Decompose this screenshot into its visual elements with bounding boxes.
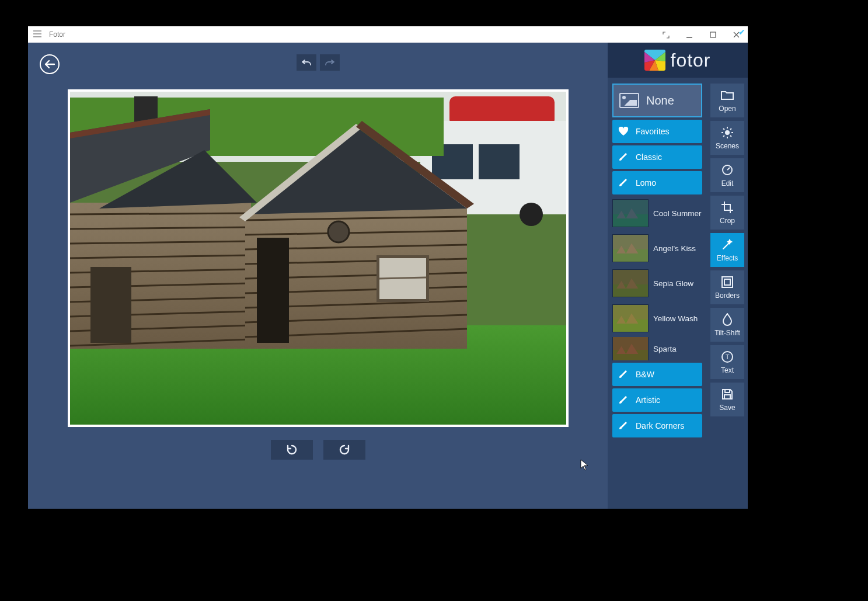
save-icon [720,387,734,401]
undo-redo-bar [297,54,340,71]
svg-rect-66 [725,390,730,392]
tool-edit[interactable]: Edit [710,158,744,192]
category-label: Lomo [636,178,656,187]
tool-label: Tilt-Shift [714,329,740,337]
logo-icon [644,50,665,71]
wand-icon [720,238,734,252]
window-title: Fotor [49,30,65,39]
maximize-button[interactable] [701,30,724,39]
undo-button[interactable] [297,54,316,71]
preset-thumbnail [612,199,649,227]
tool-tilt-shift[interactable]: Tilt-Shift [710,308,744,342]
tool-label: Effects [717,254,738,262]
image-canvas[interactable] [68,89,569,427]
expand-icon[interactable] [654,30,678,39]
svg-point-51 [725,130,730,135]
tool-text[interactable]: T Text [710,345,744,379]
preset-thumbnail [612,269,649,297]
svg-rect-0 [710,32,716,37]
effects-category-artistic[interactable]: Artistic [612,388,702,412]
svg-rect-43 [257,238,289,343]
effect-preset-cool-summer[interactable]: Cool Summer [612,197,702,230]
brush-icon [617,151,630,164]
text-icon: T [720,350,734,364]
heart-icon [617,125,630,138]
folder-icon [720,88,734,102]
effects-panel: None ✔ Favorites Classic Lomo [608,43,707,509]
image-placeholder-icon [619,93,639,108]
brush-icon [617,368,630,381]
tool-borders[interactable]: Borders [710,270,744,304]
main-canvas-area [28,43,608,509]
app-window: Fotor fotor [28,26,748,509]
preset-thumbnail [612,304,649,332]
brush-icon [617,394,630,407]
border-icon [720,275,734,289]
tool-save[interactable]: Save [710,383,744,416]
tool-label: Text [721,366,734,374]
effects-category-favorites[interactable]: Favorites [612,120,702,143]
tool-scenes[interactable]: Scenes [710,121,744,155]
svg-line-61 [727,168,730,170]
tool-label: Borders [715,291,740,300]
tool-open[interactable]: Open [710,84,744,117]
tool-label: Edit [721,179,734,187]
droplet-icon [720,312,734,326]
preset-label: Sepia Glow [653,279,693,288]
redo-button[interactable] [320,54,340,71]
titlebar: Fotor [28,26,748,43]
sun-icon [720,126,734,140]
svg-rect-67 [724,395,730,399]
category-label: B&W [636,370,654,379]
effects-category-bw[interactable]: B&W [612,363,702,386]
preset-label: Angel's Kiss [653,244,696,253]
effects-category-classic[interactable]: Classic [612,145,702,169]
preset-label: Sparta [653,345,677,353]
tool-label: Crop [720,217,735,225]
svg-text:T: T [726,353,730,360]
back-button[interactable] [40,54,60,74]
svg-rect-63 [724,279,730,285]
svg-rect-28 [90,267,131,343]
preset-label: Yellow Wash [653,314,698,323]
preset-label: Cool Summer [653,209,702,218]
effect-none-label: None [646,94,674,107]
category-label: Artistic [636,395,660,405]
brush-icon [617,176,630,189]
category-label: Dark Corners [636,421,684,430]
effect-preset-sepia-glow[interactable]: Sepia Glow [612,267,702,300]
svg-rect-62 [722,277,733,287]
svg-line-18 [70,213,251,214]
svg-line-56 [723,128,724,130]
tool-label: Open [719,105,735,113]
effect-none[interactable]: None ✔ [612,84,702,117]
tool-label: Save [719,404,735,412]
effect-preset-yellow-wash[interactable]: Yellow Wash [612,302,702,335]
minimize-button[interactable] [678,30,701,39]
svg-point-12 [520,203,543,226]
preset-thumbnail [612,337,649,360]
effect-preset-angels-kiss[interactable]: Angel's Kiss [612,232,702,265]
svg-line-46 [379,277,426,279]
logo-text: fotor [670,50,710,71]
category-label: Favorites [636,127,670,136]
effects-category-dark-corners[interactable]: Dark Corners [612,414,702,437]
tool-effects[interactable]: Effects [710,233,744,267]
category-label: Classic [636,152,662,162]
tool-crop[interactable]: Crop [710,196,744,230]
svg-line-59 [723,136,724,137]
svg-line-57 [730,136,731,137]
crop-icon [720,200,734,214]
rotate-right-button[interactable] [323,440,365,460]
tool-label: Scenes [716,142,739,150]
effects-category-lomo[interactable]: Lomo [612,171,702,194]
svg-line-58 [730,128,731,130]
effect-preset-sparta[interactable]: Sparta [612,337,702,360]
rotate-left-button[interactable] [271,440,313,460]
tool-rail: Open Scenes Edit Crop [707,43,748,509]
dial-icon [720,163,734,177]
hamburger-icon[interactable] [28,30,47,39]
logo: fotor [608,43,748,78]
preset-thumbnail [612,234,649,262]
svg-point-50 [328,221,349,242]
